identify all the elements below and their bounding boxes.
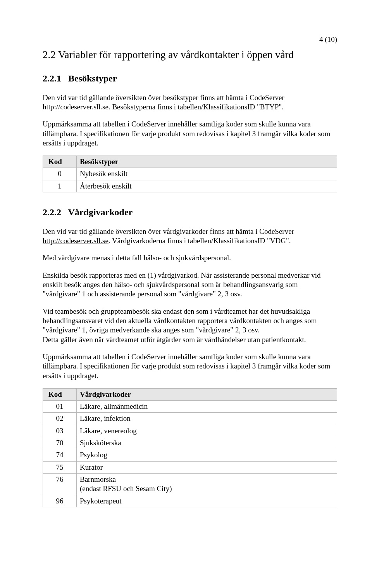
cell-text: Läkare, venereolog [77,425,337,437]
heading-2-2-2: 2.2.2 Vårdgivarkoder [43,206,337,218]
col-header-label: Vårdgivarkoder [77,388,337,400]
paragraph: Detta gäller även när vårdteamet utför å… [43,335,337,344]
table-row: 96 Psykoterapeut [43,495,337,507]
codeserver-link[interactable]: http://codeserver.sll.se [43,237,108,245]
cell-text: Psykolog [77,449,337,461]
paragraph: Med vårdgivare menas i detta fall hälso-… [43,253,337,263]
col-header-kod: Kod [43,156,77,168]
cell-text: Återbesök enskilt [77,180,337,192]
paragraph: Den vid var tid gällande översikten över… [43,93,337,112]
text: Den vid var tid gällande översikten över… [43,93,284,102]
table-row: 0 Nybesök enskilt [43,168,337,180]
page-number: 4 (10) [43,35,337,44]
table-row: 74 Psykolog [43,449,337,461]
table-row: 75 Kurator [43,461,337,473]
cell-text-sub: (endast RFSU och Sesam City) [80,484,172,493]
heading-title: Besökstyper [68,73,117,83]
cell-text: Nybesök enskilt [77,168,337,180]
cell-text: Barnmorska (endast RFSU och Sesam City) [77,474,337,495]
cell-kod: 76 [43,474,77,495]
col-header-label: Besökstyper [77,156,337,168]
cell-kod: 75 [43,461,77,473]
cell-text: Läkare, infektion [77,413,337,425]
paragraph: Uppmärksamma att tabellen i CodeServer i… [43,119,337,148]
cell-kod: 02 [43,413,77,425]
paragraph: Den vid var tid gällande översikten över… [43,227,337,246]
cell-text-main: Barnmorska [80,475,116,483]
paragraph: Enskilda besök rapporteras med en (1) vå… [43,271,337,299]
heading-number: 2.2.2 [43,206,66,218]
cell-text: Psykoterapeut [77,495,337,507]
table-besokstyper: Kod Besökstyper 0 Nybesök enskilt 1 Åter… [43,156,337,192]
table-row: 02 Läkare, infektion [43,413,337,425]
table-row: 01 Läkare, allmänmedicin [43,401,337,413]
heading-number: 2.2.1 [43,73,66,85]
cell-kod: 01 [43,401,77,413]
table-row: 1 Återbesök enskilt [43,180,337,192]
paragraph: Vid teambesök och gruppteambesök ska end… [43,307,337,335]
cell-text: Sjuksköterska [77,437,337,449]
cell-kod: 1 [43,180,77,192]
cell-kod: 74 [43,449,77,461]
cell-kod: 70 [43,437,77,449]
text: Den vid var tid gällande översikten över… [43,227,294,235]
cell-kod: 96 [43,495,77,507]
cell-text: Läkare, allmänmedicin [77,401,337,413]
table-vardgivarkoder: Kod Vårdgivarkoder 01 Läkare, allmänmedi… [43,388,337,507]
table-row: 76 Barnmorska (endast RFSU och Sesam Cit… [43,474,337,495]
paragraph: Uppmärksamma att tabellen i CodeServer i… [43,352,337,380]
codeserver-link[interactable]: http://codeserver.sll.se [43,103,108,111]
text: . Vårdgivarkoderna finns i tabellen/Klas… [108,237,291,245]
cell-kod: 0 [43,168,77,180]
table-header-row: Kod Vårdgivarkoder [43,388,337,400]
col-header-kod: Kod [43,388,77,400]
heading-2-2: 2.2 Variabler för rapportering av vårdko… [43,48,337,62]
heading-title: Vårdgivarkoder [68,207,133,217]
table-header-row: Kod Besökstyper [43,156,337,168]
cell-text: Kurator [77,461,337,473]
table-row: 70 Sjuksköterska [43,437,337,449]
heading-2-2-1: 2.2.1 Besökstyper [43,73,337,85]
text: . Besökstyperna finns i tabellen/Klassif… [108,103,284,111]
cell-kod: 03 [43,425,77,437]
table-row: 03 Läkare, venereolog [43,425,337,437]
